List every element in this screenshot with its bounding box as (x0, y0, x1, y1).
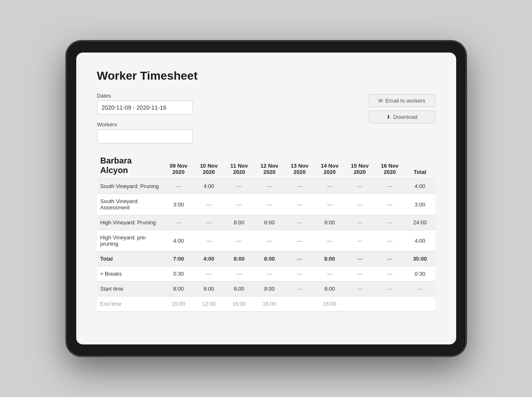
cell-3-4: — (285, 230, 315, 251)
cell-0-3: — (254, 179, 285, 194)
cell-5-1: — (194, 266, 224, 281)
cell-1-4: — (285, 194, 315, 215)
cell-7-1: 12:00 (194, 296, 224, 312)
col-header-6: 15 Nov2020 (345, 152, 375, 179)
row-label: + Breaks (97, 266, 164, 281)
table-row: + Breaks0:30———————0:30 (97, 266, 435, 281)
workers-field-group: Workers (97, 121, 193, 143)
cell-5-3: — (254, 266, 285, 281)
table-row: Total7:004:008:008:00—8:00——35:00 (97, 251, 435, 266)
cell-5-6: — (345, 266, 375, 281)
tablet-frame: Worker Timesheet Dates Workers ✉ Em (66, 41, 466, 356)
col-header-8: Total (405, 152, 435, 179)
cell-3-8: 4:00 (405, 230, 435, 251)
cell-4-5: 8:00 (315, 251, 345, 266)
col-header-7: 16 Nov2020 (375, 152, 405, 179)
cell-6-3: 8:00 (254, 281, 285, 296)
cell-2-8: 24:00 (405, 215, 435, 230)
cell-0-6: — (345, 179, 375, 194)
cell-7-6 (345, 296, 375, 312)
row-label: South Vineyard: Assessment (97, 194, 164, 215)
cell-2-5: 8:00 (315, 215, 345, 230)
cell-6-6: — (345, 281, 375, 296)
cell-0-2: — (224, 179, 255, 194)
worker-name-header: Barbara Alcyon (97, 152, 164, 179)
col-header-0: 09 Nov2020 (163, 152, 194, 179)
row-label: South Vineyard: Pruning (97, 179, 164, 194)
cell-7-8 (405, 296, 435, 312)
row-label: Total (97, 251, 164, 266)
cell-2-2: 8:00 (224, 215, 255, 230)
app-content: Worker Timesheet Dates Workers ✉ Em (76, 53, 456, 328)
row-label: End time (97, 296, 164, 312)
cell-7-2: 16:00 (224, 296, 255, 312)
cell-7-0: 15:00 (163, 296, 194, 312)
col-header-2: 11 Nov2020 (224, 152, 255, 179)
cell-3-5: — (315, 230, 345, 251)
cell-0-1: 4:00 (194, 179, 224, 194)
cell-4-0: 7:00 (163, 251, 194, 266)
cell-4-6: — (345, 251, 375, 266)
download-button-label: Download (393, 114, 417, 120)
cell-6-8: — (405, 281, 435, 296)
cell-0-8: 4:00 (405, 179, 435, 194)
cell-2-4: — (285, 215, 315, 230)
cell-1-2: — (224, 194, 255, 215)
cell-3-0: 4:00 (163, 230, 194, 251)
dates-field-group: Dates (97, 93, 193, 115)
cell-3-3: — (254, 230, 285, 251)
cell-7-4 (285, 296, 315, 312)
download-icon: ⬇ (386, 114, 391, 120)
cell-5-2: — (224, 266, 255, 281)
cell-4-3: 8:00 (254, 251, 285, 266)
cell-1-6: — (345, 194, 375, 215)
cell-4-1: 4:00 (194, 251, 224, 266)
cell-5-4: — (285, 266, 315, 281)
cell-3-6: — (345, 230, 375, 251)
cell-1-5: — (315, 194, 345, 215)
cell-0-0: — (163, 179, 194, 194)
row-label: High Vineyard: pre-pruning (97, 230, 164, 251)
cell-4-4: — (285, 251, 315, 266)
cell-6-7: — (375, 281, 405, 296)
dates-input[interactable] (97, 101, 193, 115)
cell-6-5: 8:00 (315, 281, 345, 296)
cell-4-2: 8:00 (224, 251, 255, 266)
cell-6-4: — (285, 281, 315, 296)
col-header-3: 12 Nov2020 (254, 152, 285, 179)
table-row: Start time8:008:008:008:00—8:00——— (97, 281, 435, 296)
tablet-screen: Worker Timesheet Dates Workers ✉ Em (76, 53, 456, 344)
email-icon: ✉ (378, 98, 383, 104)
cell-7-7 (375, 296, 405, 312)
table-row: High Vineyard: pre-pruning4:00———————4:0… (97, 230, 435, 251)
cell-1-1: — (194, 194, 224, 215)
col-header-5: 14 Nov2020 (315, 152, 345, 179)
cell-6-1: 8:00 (194, 281, 224, 296)
cell-5-8: 0:30 (405, 266, 435, 281)
row-label: Start time (97, 281, 164, 296)
dates-label: Dates (97, 93, 193, 99)
cell-6-2: 8:00 (224, 281, 255, 296)
workers-input[interactable] (97, 129, 193, 143)
cell-1-3: — (254, 194, 285, 215)
cell-0-5: — (315, 179, 345, 194)
cell-1-7: — (375, 194, 405, 215)
cell-5-7: — (375, 266, 405, 281)
table-row: End time15:0012:0016:0016:0016:00 (97, 296, 435, 312)
email-to-workers-button[interactable]: ✉ Email to workers (369, 94, 435, 107)
download-button[interactable]: ⬇ Download (369, 111, 435, 123)
cell-3-1: — (194, 230, 224, 251)
cell-2-6: — (345, 215, 375, 230)
cell-5-0: 0:30 (163, 266, 194, 281)
form-buttons: ✉ Email to workers ⬇ Download (369, 93, 435, 123)
form-row: Dates Workers ✉ Email to workers ⬇ (97, 93, 435, 143)
table-row: South Vineyard: Assessment3:00———————3:0… (97, 194, 435, 215)
page-title: Worker Timesheet (97, 69, 435, 83)
cell-7-3: 16:00 (254, 296, 285, 312)
cell-0-7: — (375, 179, 405, 194)
cell-4-7: — (375, 251, 405, 266)
col-header-4: 13 Nov2020 (285, 152, 315, 179)
email-button-label: Email to workers (385, 98, 425, 104)
cell-0-4: — (285, 179, 315, 194)
timesheet-table: Barbara Alcyon 09 Nov202010 Nov202011 No… (97, 152, 435, 312)
